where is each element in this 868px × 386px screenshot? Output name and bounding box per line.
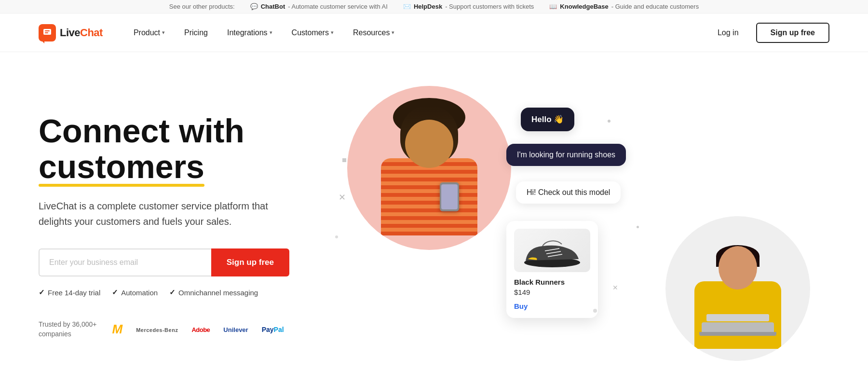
top-bar-knowledgebase[interactable]: 📖 KnowledgeBase - Guide and educate cust…	[549, 3, 699, 10]
dot-2	[335, 235, 338, 238]
trusted-section: Trusted by 36,000+ companies M Mercedes-…	[39, 320, 328, 339]
cross-decoration: ✕	[339, 192, 346, 203]
navbar: LiveChat Product ▾ Pricing Integrations …	[0, 14, 868, 52]
dot-4	[593, 309, 597, 313]
hero-description: LiveChat is a complete customer service …	[39, 198, 270, 229]
integrations-chevron-icon: ▾	[270, 29, 272, 36]
brand-mercedes: Mercedes-Benz	[136, 325, 178, 334]
nav-product[interactable]: Product ▾	[126, 25, 173, 41]
knowledgebase-desc: - Guide and educate customers	[611, 3, 699, 10]
product-price: $149	[514, 288, 590, 296]
hero-content: Connect with customers LiveChat is a com…	[39, 113, 328, 339]
top-bar-label: See our other products:	[169, 3, 235, 10]
nav-signup-button[interactable]: Sign up free	[756, 23, 829, 43]
resources-chevron-icon: ▾	[392, 29, 394, 36]
feature-automation: ✓ Automation	[112, 288, 158, 297]
nav-pricing-label: Pricing	[184, 28, 208, 37]
top-bar-helpdesk[interactable]: ✉️ HelpDesk - Support customers with tic…	[403, 3, 534, 10]
buy-button[interactable]: Buy	[514, 302, 590, 310]
helpdesk-desc: - Support customers with tickets	[445, 3, 534, 10]
product-card: Black Runners $149 Buy	[506, 221, 598, 318]
nav-integrations-label: Integrations	[227, 28, 268, 37]
knowledgebase-name: KnowledgeBase	[560, 3, 608, 10]
cross-decoration-2: ✕	[612, 284, 618, 291]
trusted-label: Trusted by 36,000+ companies	[39, 320, 97, 339]
logo[interactable]: LiveChat	[39, 24, 103, 41]
dot-1	[342, 158, 346, 162]
chat-bubble-1: Hello 👋	[521, 108, 574, 131]
dot-5	[637, 226, 639, 228]
hero-signup-button[interactable]: Sign up free	[211, 248, 289, 276]
email-input[interactable]	[39, 248, 211, 276]
chatbot-name: ChatBot	[261, 3, 285, 10]
login-button[interactable]: Log in	[710, 25, 746, 41]
customers-chevron-icon: ▾	[331, 29, 334, 36]
logo-text: LiveChat	[60, 27, 103, 39]
nav-pricing[interactable]: Pricing	[176, 25, 216, 41]
hero-title: Connect with customers	[39, 113, 328, 185]
nav-product-label: Product	[134, 28, 160, 37]
email-form: Sign up free	[39, 248, 289, 276]
dot-3	[608, 120, 610, 123]
feature-trial-label: Free 14-day trial	[48, 289, 100, 297]
check-icon-trial: ✓	[39, 288, 45, 297]
product-name: Black Runners	[514, 278, 590, 286]
chatbot-icon: 💬	[250, 3, 258, 10]
product-image	[514, 229, 590, 272]
feature-trial: ✓ Free 14-day trial	[39, 288, 100, 297]
nav-resources-label: Resources	[353, 28, 390, 37]
features-list: ✓ Free 14-day trial ✓ Automation ✓ Omnic…	[39, 288, 328, 297]
nav-customers[interactable]: Customers ▾	[284, 25, 341, 41]
helpdesk-icon: ✉️	[403, 3, 411, 10]
brand-unilever: Unilever	[223, 325, 248, 334]
svg-rect-2	[45, 32, 48, 33]
svg-rect-0	[43, 29, 51, 35]
nav-resources[interactable]: Resources ▾	[345, 25, 402, 41]
nav-links: Product ▾ Pricing Integrations ▾ Custome…	[126, 25, 710, 41]
svg-rect-1	[45, 30, 50, 31]
nav-actions: Log in Sign up free	[710, 23, 829, 43]
hero-section: Connect with customers LiveChat is a com…	[0, 52, 868, 386]
hero-visual: Hello 👋 I'm looking for running shoes Hi…	[328, 81, 829, 371]
feature-omnichannel-label: Omnichannel messaging	[178, 289, 258, 297]
top-bar-chatbot[interactable]: 💬 ChatBot - Automate customer service wi…	[250, 3, 388, 10]
knowledgebase-icon: 📖	[549, 3, 557, 10]
feature-automation-label: Automation	[121, 289, 158, 297]
hero-title-line1: Connect with	[39, 112, 244, 149]
chatbot-desc: - Automate customer service with AI	[288, 3, 388, 10]
brand-mcdonalds: M	[112, 322, 123, 337]
helpdesk-name: HelpDesk	[414, 3, 442, 10]
brand-logos: M Mercedes-Benz Adobe Unilever PayPal	[112, 322, 284, 337]
shoe-svg	[518, 233, 586, 269]
person-circle-1	[347, 86, 511, 250]
brand-paypal: PayPal	[262, 325, 284, 334]
nav-integrations[interactable]: Integrations ▾	[219, 25, 280, 41]
chat-bubble-2: I'm looking for running shoes	[506, 144, 626, 166]
brand-adobe: Adobe	[191, 325, 210, 334]
person-circle-2	[665, 216, 810, 361]
product-chevron-icon: ▾	[162, 29, 165, 36]
check-icon-automation: ✓	[112, 288, 118, 297]
hero-title-line2: customers	[39, 149, 204, 185]
feature-omnichannel: ✓ Omnichannel messaging	[169, 288, 258, 297]
check-icon-omnichannel: ✓	[169, 288, 176, 297]
logo-svg	[42, 28, 52, 38]
top-bar: See our other products: 💬 ChatBot - Auto…	[0, 0, 868, 14]
chat-bubble-3: Hi! Check out this model	[516, 181, 621, 204]
nav-customers-label: Customers	[292, 28, 329, 37]
logo-icon	[39, 24, 56, 41]
